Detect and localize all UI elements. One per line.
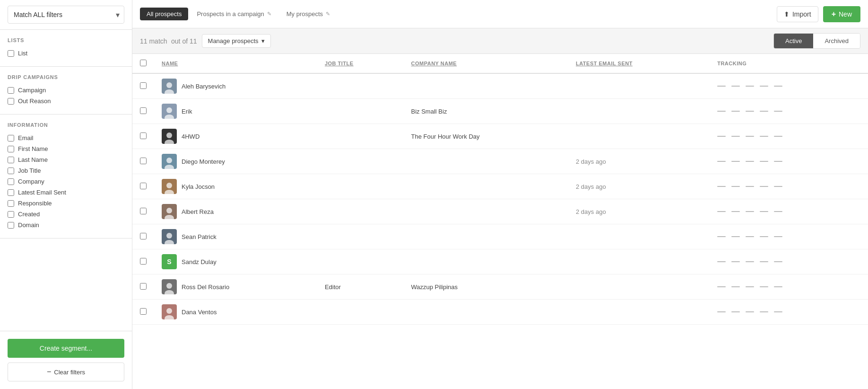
row-checkbox-cell[interactable] — [132, 73, 154, 99]
svg-point-7 — [165, 165, 174, 169]
sidebar-item-responsible[interactable]: Responsible — [8, 198, 124, 209]
prospect-tracking — [710, 124, 868, 149]
prospect-company: The Four Hour Work Day — [404, 124, 568, 149]
tab-my-prospects[interactable]: My prospects ✎ — [280, 8, 337, 20]
sidebar-item-first-name[interactable]: First Name — [8, 143, 124, 154]
tab-prospects-in-campaign[interactable]: Prospects in a campaign ✎ — [190, 8, 278, 20]
row-checkbox-cell[interactable] — [132, 199, 154, 224]
tracking-dash — [731, 311, 740, 312]
row-checkbox-cell[interactable] — [132, 124, 154, 149]
svg-point-8 — [166, 183, 172, 188]
domain-checkbox[interactable] — [8, 222, 14, 229]
sidebar-item-email[interactable]: Email — [8, 133, 124, 143]
latest-email-checkbox[interactable] — [8, 189, 14, 196]
col-job-title[interactable]: JOB TITLE — [317, 54, 404, 73]
col-company-name[interactable]: COMPANY NAME — [404, 54, 568, 73]
prospect-latest-email — [568, 249, 710, 274]
tracking-dash — [717, 86, 726, 87]
sidebar-item-company[interactable]: Company — [8, 176, 124, 187]
sidebar-item-created[interactable]: Created — [8, 209, 124, 220]
row-checkbox[interactable] — [140, 82, 147, 89]
company-checkbox[interactable] — [8, 178, 14, 185]
campaign-checkbox[interactable] — [8, 87, 14, 94]
row-checkbox-cell[interactable] — [132, 174, 154, 199]
row-checkbox[interactable] — [140, 233, 147, 239]
prospect-company — [404, 300, 568, 325]
sidebar-item-campaign[interactable]: Campaign — [8, 85, 124, 96]
prospect-latest-email: 2 days ago — [568, 149, 710, 174]
row-checkbox-cell[interactable] — [132, 149, 154, 174]
prospect-name-cell[interactable]: Sean Patrick — [154, 224, 317, 249]
row-checkbox[interactable] — [140, 208, 147, 214]
row-checkbox[interactable] — [140, 133, 147, 139]
prospect-name-cell[interactable]: 4HWD — [154, 124, 317, 149]
col-name[interactable]: NAME — [154, 54, 317, 73]
row-checkbox-cell[interactable] — [132, 274, 154, 300]
row-checkbox[interactable] — [140, 258, 147, 265]
col-latest-email[interactable]: LATEST EMAIL SENT — [568, 54, 710, 73]
row-checkbox[interactable] — [140, 158, 147, 164]
create-segment-button[interactable]: Create segment... — [8, 339, 124, 358]
match-filter-select[interactable]: Match ALL filtersMatch ANY filters — [8, 6, 124, 24]
prospect-name-cell[interactable]: Kyla Jocson — [154, 174, 317, 199]
responsible-checkbox[interactable] — [8, 200, 14, 207]
active-view-button[interactable]: Active — [774, 34, 813, 48]
row-checkbox-cell[interactable] — [132, 99, 154, 124]
email-label: Email — [18, 134, 34, 141]
job-title-checkbox[interactable] — [8, 168, 14, 174]
row-checkbox[interactable] — [140, 308, 147, 315]
last-name-checkbox[interactable] — [8, 157, 14, 163]
email-checkbox[interactable] — [8, 135, 14, 141]
table-row: 4HWDThe Four Hour Work Day — [132, 124, 868, 149]
svg-point-11 — [165, 215, 174, 219]
sidebar-item-job-title[interactable]: Job Title — [8, 165, 124, 176]
row-checkbox[interactable] — [140, 283, 147, 290]
row-checkbox-cell[interactable] — [132, 300, 154, 325]
manage-prospects-button[interactable]: Manage prospects ▾ — [202, 34, 271, 48]
created-checkbox[interactable] — [8, 211, 14, 218]
row-checkbox[interactable] — [140, 183, 147, 189]
tracking-dash — [774, 111, 782, 112]
prospect-name-cell[interactable]: SSandz Dulay — [154, 249, 317, 274]
tracking-dashes — [717, 86, 860, 87]
table-row: Dana Ventos — [132, 300, 868, 325]
prospect-name: Sandz Dulay — [182, 258, 217, 265]
prospect-name-cell[interactable]: Erik — [154, 99, 317, 124]
prospect-name-cell[interactable]: Dana Ventos — [154, 300, 317, 325]
prospect-name-cell[interactable]: Aleh Barysevich — [154, 73, 317, 99]
row-checkbox[interactable] — [140, 107, 147, 114]
sidebar-item-list[interactable]: List — [8, 48, 124, 59]
prospect-job-title — [317, 174, 404, 199]
tracking-dash — [746, 236, 754, 237]
new-button[interactable]: + New — [823, 6, 860, 22]
first-name-checkbox[interactable] — [8, 146, 14, 152]
sidebar-item-latest-email[interactable]: Latest Email Sent — [8, 187, 124, 198]
sidebar-item-last-name[interactable]: Last Name — [8, 154, 124, 165]
prospect-latest-email — [568, 73, 710, 99]
table-row: ErikBiz Small Biz — [132, 99, 868, 124]
match-filter-wrapper[interactable]: Match ALL filtersMatch ANY filters — [8, 6, 124, 24]
import-button[interactable]: ⬆ Import — [777, 6, 818, 22]
row-checkbox-cell[interactable] — [132, 224, 154, 249]
prospect-name-cell[interactable]: Ross Del Rosario — [154, 274, 317, 300]
tracking-dash — [774, 286, 782, 287]
prospect-name-cell[interactable]: Albert Reza — [154, 199, 317, 224]
sidebar-item-out-reason[interactable]: Out Reason — [8, 96, 124, 106]
drip-campaigns-section: DRIP CAMPAIGNS Campaign Out Reason — [0, 67, 132, 115]
list-checkbox[interactable] — [8, 50, 14, 57]
select-all-header[interactable] — [132, 54, 154, 73]
archived-view-button[interactable]: Archived — [813, 34, 860, 48]
tab-all-prospects[interactable]: All prospects — [140, 8, 188, 20]
out-reason-checkbox[interactable] — [8, 98, 14, 105]
prospect-name-cell[interactable]: Diego Monterey — [154, 149, 317, 174]
list-label: List — [18, 50, 27, 57]
tracking-dash — [717, 186, 726, 187]
clear-filters-button[interactable]: − Clear filters — [8, 362, 124, 381]
row-checkbox-cell[interactable] — [132, 249, 154, 274]
sidebar-item-domain[interactable]: Domain — [8, 220, 124, 230]
tracking-dash — [717, 236, 726, 237]
tracking-dash — [774, 161, 782, 162]
prospect-latest-email — [568, 124, 710, 149]
prospect-company: Biz Small Biz — [404, 99, 568, 124]
select-all-checkbox[interactable] — [140, 60, 147, 66]
